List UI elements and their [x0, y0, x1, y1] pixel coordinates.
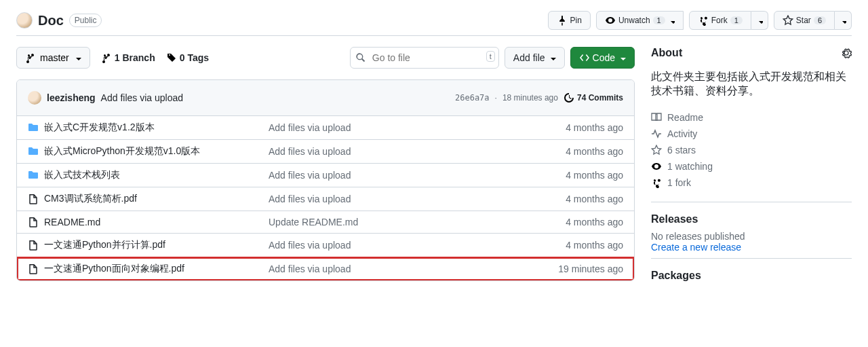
- unwatch-button[interactable]: Unwatch 1: [596, 11, 684, 30]
- file-row: 一文速通Python面向对象编程.pdf Add files via uploa…: [17, 257, 634, 280]
- file-name[interactable]: 嵌入式技术栈列表: [44, 169, 120, 181]
- chevron-down-icon: [618, 54, 626, 62]
- unwatch-label: Unwatch: [618, 16, 650, 25]
- file-commit-message[interactable]: Add files via upload: [269, 122, 521, 133]
- file-icon: [28, 194, 39, 204]
- branch-icon: [101, 52, 112, 63]
- about-item-label: Activity: [667, 128, 697, 139]
- code-label: Code: [593, 52, 615, 63]
- chevron-down-icon: [73, 54, 81, 62]
- file-icon: [28, 263, 39, 274]
- folder-icon: [28, 122, 39, 133]
- file-name[interactable]: 嵌入式MicroPython开发规范v1.0版本: [44, 145, 200, 158]
- fork-menu-button[interactable]: [751, 11, 768, 30]
- file-row: README.md Update README.md 4 months ago: [17, 211, 634, 234]
- commit-time: 18 minutes ago: [502, 93, 558, 103]
- star-menu-button[interactable]: [835, 11, 852, 30]
- file-commit-message[interactable]: Update README.md: [269, 217, 521, 227]
- file-row: 嵌入式C开发规范v1.2版本 Add files via upload 4 mo…: [17, 116, 634, 140]
- file-list: leezisheng Add files via upload 26e6a7a …: [16, 79, 635, 281]
- add-file-label: Add file: [513, 52, 545, 63]
- commit-sha[interactable]: 26e6a7a: [455, 93, 490, 103]
- file-commit-time: 19 minutes ago: [521, 263, 623, 274]
- file-name[interactable]: CM3调试系统简析.pdf: [44, 193, 137, 205]
- file-commit-message[interactable]: Add files via upload: [269, 240, 521, 251]
- folder-icon: [28, 146, 39, 157]
- file-icon: [28, 240, 39, 251]
- divider: [16, 35, 852, 36]
- visibility-badge: Public: [69, 14, 102, 27]
- file-row: 嵌入式技术栈列表 Add files via upload 4 months a…: [17, 164, 634, 187]
- create-release-link[interactable]: Create a new release: [651, 242, 852, 253]
- about-item-label: 1 watching: [667, 161, 713, 172]
- file-commit-message[interactable]: Add files via upload: [269, 146, 521, 157]
- star-label: Star: [796, 16, 811, 25]
- history-icon: [564, 92, 574, 103]
- file-row: 嵌入式MicroPython开发规范v1.0版本 Add files via u…: [17, 140, 634, 164]
- code-button[interactable]: Code: [570, 47, 635, 69]
- branches-link[interactable]: 1 Branch: [101, 52, 155, 63]
- file-commit-message[interactable]: Add files via upload: [269, 194, 521, 204]
- pin-icon: [557, 15, 568, 26]
- owner-avatar[interactable]: [16, 12, 33, 29]
- about-item[interactable]: 6 stars: [651, 142, 852, 158]
- tags-label: 0 Tags: [180, 52, 209, 63]
- about-title: About: [651, 47, 682, 59]
- commits-link[interactable]: 74 Commits: [564, 92, 623, 103]
- fork-icon: [651, 177, 662, 188]
- branch-select-button[interactable]: master: [16, 47, 90, 69]
- about-item-label: 1 fork: [667, 177, 691, 188]
- fork-icon: [698, 15, 709, 26]
- file-commit-time: 4 months ago: [521, 217, 623, 227]
- releases-none: No releases published: [651, 231, 852, 242]
- commit-avatar[interactable]: [28, 91, 41, 105]
- packages-title: Packages: [651, 270, 852, 282]
- watch-count: 1: [653, 16, 665, 24]
- pin-label: Pin: [570, 16, 582, 25]
- file-commit-message[interactable]: Add files via upload: [269, 170, 521, 181]
- pin-button[interactable]: Pin: [548, 11, 591, 30]
- file-commit-time: 4 months ago: [521, 194, 623, 204]
- activity-icon: [651, 128, 662, 139]
- book-icon: [651, 112, 662, 123]
- repo-header: Doc Public Pin Unwatch 1 Fork 1: [16, 11, 852, 30]
- file-icon: [28, 217, 39, 227]
- branch-icon: [25, 52, 36, 63]
- branch-name: master: [40, 52, 69, 63]
- file-commit-time: 4 months ago: [521, 122, 623, 133]
- about-item[interactable]: 1 fork: [651, 175, 852, 191]
- file-row: 一文速通Python并行计算.pdf Add files via upload …: [17, 234, 634, 257]
- file-commit-time: 4 months ago: [521, 170, 623, 181]
- search-icon: [355, 52, 366, 63]
- file-name[interactable]: 嵌入式C开发规范v1.2版本: [44, 122, 155, 134]
- about-description: 此文件夹主要包括嵌入式开发规范和相关技术书籍、资料分享。: [651, 70, 852, 98]
- about-item[interactable]: Activity: [651, 126, 852, 142]
- about-item[interactable]: 1 watching: [651, 158, 852, 175]
- about-item-label: Readme: [667, 112, 703, 123]
- eye-icon: [605, 15, 616, 26]
- file-commit-message[interactable]: Add files via upload: [269, 263, 521, 274]
- file-name[interactable]: 一文速通Python面向对象编程.pdf: [44, 263, 184, 275]
- chevron-down-icon: [548, 54, 556, 62]
- file-name[interactable]: 一文速通Python并行计算.pdf: [44, 239, 165, 251]
- gear-icon[interactable]: [841, 48, 852, 58]
- star-icon: [651, 145, 662, 156]
- about-item[interactable]: Readme: [651, 109, 852, 126]
- tag-icon: [166, 52, 177, 63]
- fork-count: 1: [730, 16, 743, 24]
- go-to-file-input[interactable]: [350, 47, 499, 69]
- commit-author[interactable]: leezisheng: [47, 92, 96, 103]
- add-file-button[interactable]: Add file: [505, 47, 565, 69]
- file-row: CM3调试系统简析.pdf Add files via upload 4 mon…: [17, 187, 634, 211]
- folder-icon: [28, 170, 39, 181]
- commit-message[interactable]: Add files via upload: [101, 92, 183, 103]
- releases-title: Releases: [651, 213, 852, 225]
- star-count: 6: [814, 16, 826, 24]
- tags-link[interactable]: 0 Tags: [166, 52, 209, 63]
- file-name[interactable]: README.md: [44, 217, 100, 227]
- chevron-down-icon: [668, 17, 675, 24]
- fork-button[interactable]: Fork 1: [689, 11, 751, 30]
- star-button[interactable]: Star 6: [774, 11, 835, 30]
- file-commit-time: 4 months ago: [521, 146, 623, 157]
- repo-name[interactable]: Doc: [38, 13, 64, 29]
